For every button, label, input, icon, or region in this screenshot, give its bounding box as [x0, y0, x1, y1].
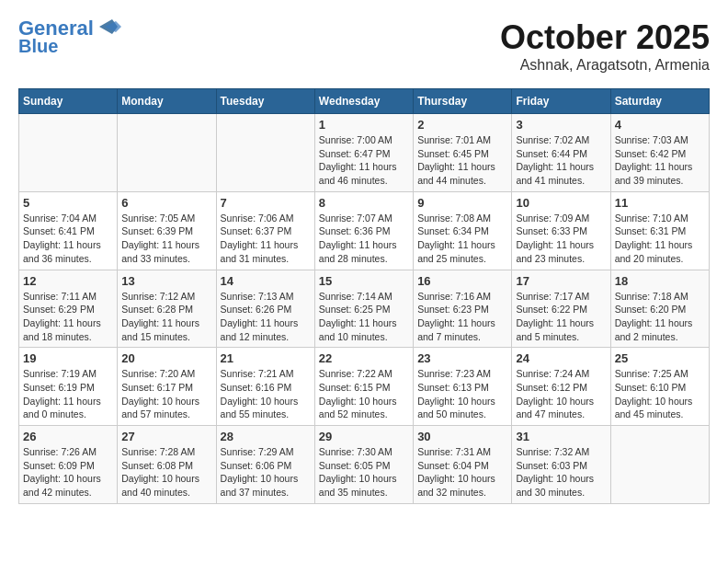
- calendar-cell: 1Sunrise: 7:00 AM Sunset: 6:47 PM Daylig…: [314, 114, 413, 192]
- day-info: Sunrise: 7:14 AM Sunset: 6:25 PM Dayligh…: [319, 290, 409, 344]
- day-number: 19: [23, 351, 113, 365]
- calendar-cell: 6Sunrise: 7:05 AM Sunset: 6:39 PM Daylig…: [118, 191, 216, 270]
- calendar-cell: 8Sunrise: 7:07 AM Sunset: 6:36 PM Daylig…: [314, 191, 413, 270]
- day-info: Sunrise: 7:05 AM Sunset: 6:39 PM Dayligh…: [121, 212, 211, 266]
- day-info: Sunrise: 7:32 AM Sunset: 6:03 PM Dayligh…: [516, 445, 606, 500]
- calendar-cell: 22Sunrise: 7:22 AM Sunset: 6:15 PM Dayli…: [314, 348, 413, 426]
- calendar-cell: 24Sunrise: 7:24 AM Sunset: 6:12 PM Dayli…: [512, 348, 610, 426]
- day-info: Sunrise: 7:24 AM Sunset: 6:12 PM Dayligh…: [516, 367, 606, 421]
- calendar-cell: 21Sunrise: 7:21 AM Sunset: 6:16 PM Dayli…: [216, 348, 314, 426]
- day-info: Sunrise: 7:16 AM Sunset: 6:23 PM Dayligh…: [417, 290, 507, 344]
- day-number: 6: [121, 196, 211, 210]
- day-info: Sunrise: 7:26 AM Sunset: 6:09 PM Dayligh…: [23, 445, 113, 500]
- day-header-sunday: Sunday: [19, 89, 118, 114]
- calendar-cell: 11Sunrise: 7:10 AM Sunset: 6:31 PM Dayli…: [610, 191, 709, 270]
- day-number: 12: [23, 274, 113, 288]
- calendar-week-row: 5Sunrise: 7:04 AM Sunset: 6:41 PM Daylig…: [19, 191, 710, 270]
- day-number: 4: [615, 118, 705, 132]
- day-number: 23: [417, 351, 507, 365]
- calendar-table: SundayMondayTuesdayWednesdayThursdayFrid…: [18, 88, 710, 504]
- day-number: 11: [615, 196, 705, 210]
- day-info: Sunrise: 7:06 AM Sunset: 6:37 PM Dayligh…: [221, 212, 311, 266]
- day-number: 15: [319, 274, 409, 288]
- calendar-cell: 17Sunrise: 7:17 AM Sunset: 6:22 PM Dayli…: [512, 270, 610, 348]
- day-header-wednesday: Wednesday: [314, 89, 413, 114]
- calendar-cell: 18Sunrise: 7:18 AM Sunset: 6:20 PM Dayli…: [610, 270, 709, 348]
- day-number: 22: [319, 351, 409, 365]
- day-number: 16: [417, 274, 507, 288]
- day-info: Sunrise: 7:25 AM Sunset: 6:10 PM Dayligh…: [615, 367, 705, 421]
- day-number: 21: [221, 351, 311, 365]
- day-number: 31: [516, 430, 606, 443]
- calendar-cell: 26Sunrise: 7:26 AM Sunset: 6:09 PM Dayli…: [19, 426, 118, 504]
- day-number: 28: [221, 430, 311, 443]
- calendar-cell: 16Sunrise: 7:16 AM Sunset: 6:23 PM Dayli…: [414, 270, 512, 348]
- calendar-cell: [118, 114, 216, 192]
- day-info: Sunrise: 7:08 AM Sunset: 6:34 PM Dayligh…: [417, 212, 507, 266]
- day-number: 3: [516, 118, 606, 132]
- day-info: Sunrise: 7:03 AM Sunset: 6:42 PM Dayligh…: [615, 133, 705, 188]
- day-number: 27: [121, 430, 211, 443]
- day-info: Sunrise: 7:12 AM Sunset: 6:28 PM Dayligh…: [121, 290, 211, 344]
- calendar-cell: 10Sunrise: 7:09 AM Sunset: 6:33 PM Dayli…: [512, 191, 610, 270]
- day-info: Sunrise: 7:04 AM Sunset: 6:41 PM Dayligh…: [23, 212, 113, 266]
- page-title: October 2025: [500, 18, 710, 57]
- calendar-week-row: 26Sunrise: 7:26 AM Sunset: 6:09 PM Dayli…: [19, 426, 710, 504]
- calendar-cell: 12Sunrise: 7:11 AM Sunset: 6:29 PM Dayli…: [19, 270, 118, 348]
- day-number: 14: [221, 274, 311, 288]
- logo-arrow-icon: [96, 17, 121, 36]
- day-number: 29: [319, 430, 409, 443]
- day-header-monday: Monday: [118, 89, 216, 114]
- calendar-week-row: 19Sunrise: 7:19 AM Sunset: 6:19 PM Dayli…: [19, 348, 710, 426]
- day-header-saturday: Saturday: [610, 89, 709, 114]
- day-info: Sunrise: 7:13 AM Sunset: 6:26 PM Dayligh…: [221, 290, 311, 344]
- day-number: 18: [615, 274, 705, 288]
- calendar-cell: 19Sunrise: 7:19 AM Sunset: 6:19 PM Dayli…: [19, 348, 118, 426]
- day-number: 26: [23, 430, 113, 443]
- calendar-header-row: SundayMondayTuesdayWednesdayThursdayFrid…: [19, 89, 710, 114]
- day-info: Sunrise: 7:11 AM Sunset: 6:29 PM Dayligh…: [23, 290, 113, 344]
- day-number: 2: [417, 118, 507, 132]
- day-info: Sunrise: 7:07 AM Sunset: 6:36 PM Dayligh…: [319, 212, 409, 266]
- calendar-cell: 4Sunrise: 7:03 AM Sunset: 6:42 PM Daylig…: [610, 114, 709, 192]
- logo: General Blue: [18, 18, 121, 55]
- logo-blue-text: Blue: [18, 37, 58, 55]
- title-block: October 2025 Ashnak, Aragatsotn, Armenia: [500, 18, 710, 74]
- day-number: 9: [417, 196, 507, 210]
- calendar-cell: [19, 114, 118, 192]
- day-info: Sunrise: 7:23 AM Sunset: 6:13 PM Dayligh…: [417, 367, 507, 421]
- day-number: 10: [516, 196, 606, 210]
- calendar-cell: 5Sunrise: 7:04 AM Sunset: 6:41 PM Daylig…: [19, 191, 118, 270]
- day-info: Sunrise: 7:09 AM Sunset: 6:33 PM Dayligh…: [516, 212, 606, 266]
- calendar-week-row: 1Sunrise: 7:00 AM Sunset: 6:47 PM Daylig…: [19, 114, 710, 192]
- day-number: 24: [516, 351, 606, 365]
- calendar-cell: 14Sunrise: 7:13 AM Sunset: 6:26 PM Dayli…: [216, 270, 314, 348]
- day-number: 20: [121, 351, 211, 365]
- calendar-cell: 2Sunrise: 7:01 AM Sunset: 6:45 PM Daylig…: [414, 114, 512, 192]
- day-info: Sunrise: 7:02 AM Sunset: 6:44 PM Dayligh…: [516, 133, 606, 188]
- day-info: Sunrise: 7:31 AM Sunset: 6:04 PM Dayligh…: [417, 445, 507, 500]
- calendar-cell: 3Sunrise: 7:02 AM Sunset: 6:44 PM Daylig…: [512, 114, 610, 192]
- calendar-cell: 25Sunrise: 7:25 AM Sunset: 6:10 PM Dayli…: [610, 348, 709, 426]
- day-header-friday: Friday: [512, 89, 610, 114]
- day-info: Sunrise: 7:20 AM Sunset: 6:17 PM Dayligh…: [121, 367, 211, 421]
- calendar-cell: 13Sunrise: 7:12 AM Sunset: 6:28 PM Dayli…: [118, 270, 216, 348]
- calendar-cell: [610, 426, 709, 504]
- page-subtitle: Ashnak, Aragatsotn, Armenia: [500, 57, 710, 74]
- day-info: Sunrise: 7:30 AM Sunset: 6:05 PM Dayligh…: [319, 445, 409, 500]
- day-info: Sunrise: 7:10 AM Sunset: 6:31 PM Dayligh…: [615, 212, 705, 266]
- calendar-cell: [216, 114, 314, 192]
- calendar-cell: 30Sunrise: 7:31 AM Sunset: 6:04 PM Dayli…: [414, 426, 512, 504]
- day-info: Sunrise: 7:18 AM Sunset: 6:20 PM Dayligh…: [615, 290, 705, 344]
- day-number: 8: [319, 196, 409, 210]
- calendar-cell: 7Sunrise: 7:06 AM Sunset: 6:37 PM Daylig…: [216, 191, 314, 270]
- calendar-cell: 27Sunrise: 7:28 AM Sunset: 6:08 PM Dayli…: [118, 426, 216, 504]
- day-info: Sunrise: 7:00 AM Sunset: 6:47 PM Dayligh…: [319, 133, 409, 188]
- calendar-cell: 23Sunrise: 7:23 AM Sunset: 6:13 PM Dayli…: [414, 348, 512, 426]
- calendar-cell: 28Sunrise: 7:29 AM Sunset: 6:06 PM Dayli…: [216, 426, 314, 504]
- day-number: 5: [23, 196, 113, 210]
- day-info: Sunrise: 7:01 AM Sunset: 6:45 PM Dayligh…: [417, 133, 507, 188]
- day-header-tuesday: Tuesday: [216, 89, 314, 114]
- calendar-cell: 29Sunrise: 7:30 AM Sunset: 6:05 PM Dayli…: [314, 426, 413, 504]
- day-info: Sunrise: 7:21 AM Sunset: 6:16 PM Dayligh…: [221, 367, 311, 421]
